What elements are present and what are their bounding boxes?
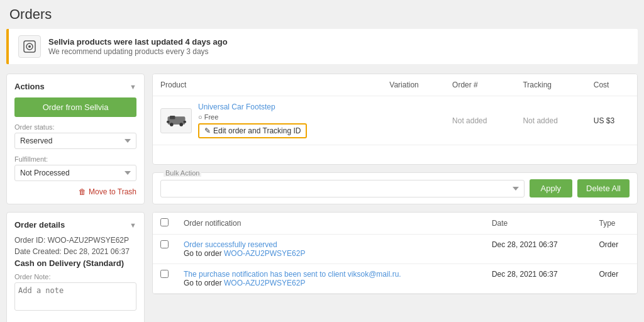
row-checkbox-0[interactable] — [160, 240, 169, 248]
products-table-card: Product Variation Order # Tracking Cost — [152, 74, 638, 165]
row-checkbox-cell — [153, 235, 176, 264]
order-details-chevron-icon[interactable]: ▼ — [130, 221, 136, 229]
bulk-select-wrap: Bulk Action — [160, 180, 525, 197]
fulfillment-select[interactable]: Not Processed Processing Shipped Deliver… — [14, 165, 136, 181]
main-layout: Actions ▼ Order from Sellvia Order statu… — [6, 74, 638, 322]
fulfillment-group: Fulfillment: Not Processed Processing Sh… — [14, 155, 136, 181]
order-status-select[interactable]: Reserved Processing Completed Cancelled — [14, 133, 136, 149]
bulk-action-select[interactable] — [160, 180, 525, 197]
notification-link-0[interactable]: Order successfully reserved — [184, 240, 477, 249]
variation-cell — [382, 96, 445, 145]
order-num-cell: Not added — [445, 96, 515, 145]
delete-all-button[interactable]: Delete All — [577, 179, 630, 197]
svg-rect-8 — [183, 121, 186, 123]
order-details-card: Order details ▼ Order ID: WOO-AZU2PWSYE6… — [6, 212, 145, 322]
notification-date-cell-0: Dec 28, 2021 06:37 — [484, 235, 592, 264]
bulk-action-label: Bulk Action — [164, 169, 201, 177]
col-order-num: Order # — [445, 74, 515, 96]
right-panel: Product Variation Order # Tracking Cost — [152, 74, 638, 322]
row-checkbox-1[interactable] — [160, 270, 169, 278]
date-created-label: Date Created: Dec 28, 2021 06:37 — [14, 247, 136, 256]
order-link-0[interactable]: WOO-AZU2PWSYE62P — [224, 249, 305, 258]
order-link-1[interactable]: WOO-AZU2PWSYE62P — [224, 279, 305, 287]
col-tracking: Tracking — [515, 74, 586, 96]
order-status-label: Order status: — [14, 123, 136, 131]
col-type: Type — [592, 213, 637, 235]
actions-header: Actions ▼ — [14, 82, 136, 91]
cursor-area — [153, 145, 637, 164]
edit-tracking-button[interactable]: ✎ Edit order and Tracking ID — [198, 123, 307, 138]
notification-text-cell: The purchase notification has been sent … — [176, 264, 484, 294]
actions-card: Actions ▼ Order from Sellvia Order statu… — [6, 74, 145, 204]
svg-point-2 — [28, 45, 31, 48]
order-from-sellvia-button[interactable]: Order from Sellvia — [14, 97, 136, 117]
order-note-textarea[interactable] — [14, 282, 136, 311]
product-info: Universal Car Footstep ○ Free ✎ Edit ord… — [198, 103, 307, 138]
actions-chevron-icon[interactable]: ▼ — [130, 83, 136, 91]
col-cost: Cost — [586, 74, 637, 96]
notification-date-cell-1: Dec 28, 2021 06:37 — [484, 264, 592, 294]
fulfillment-label: Fulfillment: — [14, 155, 136, 163]
apply-button[interactable]: Apply — [530, 179, 573, 197]
col-order-notification: Order notification — [176, 213, 484, 235]
edit-icon: ✎ — [204, 126, 211, 135]
svg-point-5 — [170, 123, 174, 126]
notification-text-cell: Order successfully reserved Go to order … — [176, 235, 484, 264]
notification-text: Sellvia products were last updated 4 day… — [48, 37, 228, 56]
page-wrapper: Orders Sellvia products were last update… — [0, 0, 644, 322]
svg-point-6 — [179, 123, 183, 126]
notification-row: Order successfully reserved Go to order … — [153, 235, 637, 264]
cost-cell: US $3 — [586, 96, 637, 145]
product-image — [160, 108, 192, 133]
col-date: Date — [484, 213, 592, 235]
sellvia-icon — [18, 35, 41, 58]
bulk-action-row: Bulk Action Apply Delete All — [152, 172, 638, 204]
notification-row: The purchase notification has been sent … — [153, 264, 637, 294]
select-all-checkbox[interactable] — [160, 218, 169, 226]
col-variation: Variation — [382, 74, 445, 96]
product-name-link[interactable]: Universal Car Footstep — [198, 103, 307, 111]
order-id-label: Order ID: WOO-AZU2PWSYE62P — [14, 236, 136, 245]
order-details-header: Order details ▼ — [14, 220, 136, 230]
row-checkbox-cell — [153, 264, 176, 294]
product-price: ○ Free — [198, 113, 307, 121]
move-to-trash-button[interactable]: 🗑 Move to Trash — [14, 187, 136, 196]
notification-type-cell-1: Order — [592, 264, 637, 294]
trash-icon: 🗑 — [79, 187, 86, 196]
col-product: Product — [153, 74, 382, 96]
payment-method: Cash on Delivery (Standard) — [14, 258, 136, 268]
order-note-group: Order Note: — [14, 273, 136, 313]
products-table: Product Variation Order # Tracking Cost — [153, 74, 637, 145]
order-note-label: Order Note: — [14, 273, 136, 280]
col-checkbox — [153, 213, 176, 235]
svg-rect-4 — [170, 115, 175, 119]
notification-bar: Sellvia products were last updated 4 day… — [6, 29, 638, 64]
notifications-card: Order notification Date Type Order succe… — [152, 212, 638, 294]
page-title: Orders — [6, 6, 638, 23]
notification-type-cell-0: Order — [592, 235, 637, 264]
product-cell: Universal Car Footstep ○ Free ✎ Edit ord… — [153, 96, 382, 145]
tracking-cell: Not added — [515, 96, 586, 145]
table-row: Universal Car Footstep ○ Free ✎ Edit ord… — [153, 96, 637, 145]
svg-rect-7 — [167, 121, 169, 123]
left-panel: Actions ▼ Order from Sellvia Order statu… — [6, 74, 145, 322]
order-status-group: Order status: Reserved Processing Comple… — [14, 123, 136, 149]
notifications-table: Order notification Date Type Order succe… — [153, 213, 637, 294]
notification-link-1[interactable]: The purchase notification has been sent … — [184, 270, 477, 279]
